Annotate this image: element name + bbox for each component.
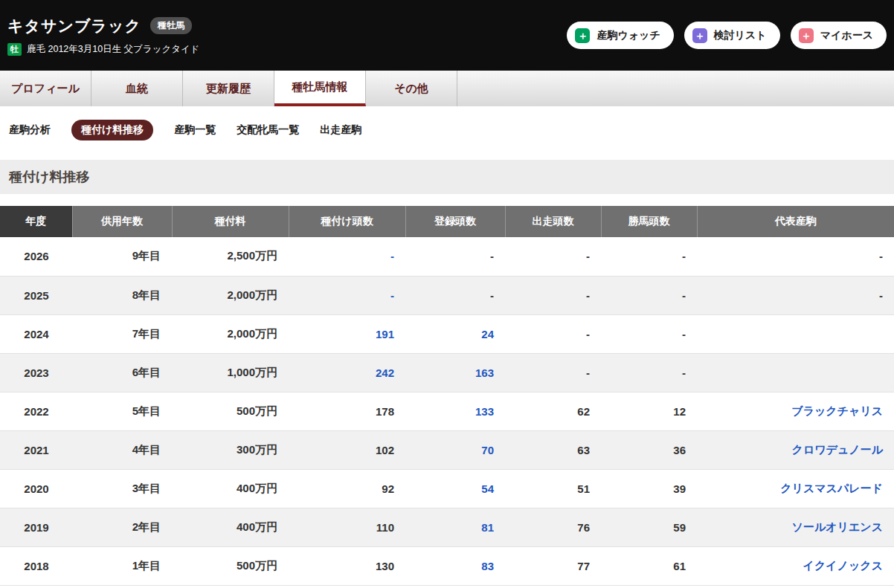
cell-year: 2019 [0,508,72,546]
tab-other[interactable]: その他 [366,71,457,106]
cell-winners: 61 [601,546,697,585]
cell-starters: - [505,314,601,353]
tab-update-history[interactable]: 更新履歴 [183,71,274,106]
cell-winners: 12 [601,392,697,430]
cell-service-years: 4年目 [72,430,172,469]
cell-mares-covered: 110 [289,508,405,546]
table-cell-link[interactable]: 70 [481,444,494,456]
table-cell-link[interactable]: クリスマスパレード [780,482,883,494]
cell-stud-fee: 2,500万円 [172,237,289,276]
cell-service-years: 5年目 [72,392,172,430]
cell-registered: 54 [405,469,505,508]
my-horse-button[interactable]: ＋ マイホース [791,22,887,49]
header: キタサンブラック 種牡馬 牡 鹿毛 2012年3月10日生 父ブラックタイド ＋… [0,0,894,71]
plus-icon: ＋ [692,28,707,43]
subnav-mare-list[interactable]: 交配牝馬一覧 [237,123,299,137]
cell-service-years: 8年目 [72,276,172,314]
cell-stud-fee: 400万円 [172,508,289,546]
table-cell-link[interactable]: ソールオリエンス [792,520,883,533]
cell-representative-foal [697,314,894,353]
cell-starters: - [505,237,601,276]
cell-registered: - [405,276,505,314]
table-cell-link[interactable]: ブラックチャリス [791,404,883,417]
col-header-stud-fee: 種付料 [172,206,289,237]
cell-starters: - [505,276,601,314]
cell-registered: 81 [405,508,505,546]
consider-list-button[interactable]: ＋ 検討リスト [684,22,780,49]
cell-year: 2024 [0,314,72,353]
table-row: 2024 7年目 2,000万円 191 24 - - [0,314,894,353]
subnav-foal-list[interactable]: 産駒一覧 [174,123,216,137]
table-cell-link[interactable]: - [390,289,394,302]
cell-representative-foal: - [697,237,894,276]
section-title-bar: 種付け料推移 [0,160,894,194]
cell-mares-covered: 242 [289,353,405,392]
cell-stud-fee: 400万円 [172,469,289,508]
table-row: 2021 4年目 300万円 102 70 63 36 クロワデュノール [0,430,894,469]
cell-stud-fee: 500万円 [172,392,289,430]
col-header-year: 年度 [0,206,72,237]
col-header-winners: 勝馬頭数 [601,206,697,237]
table-cell-link[interactable]: 54 [481,482,494,495]
cell-service-years: 9年目 [72,237,172,276]
cell-winners: - [601,353,697,392]
cell-registered: 133 [405,392,505,430]
cell-starters: 63 [505,430,601,469]
table-cell-link[interactable]: イクイノックス [803,559,883,572]
cell-service-years: 1年目 [72,546,172,585]
section-title: 種付け料推移 [9,168,89,186]
table-cell-link[interactable]: 24 [481,328,494,340]
table-cell-link[interactable]: - [390,250,394,262]
table-cell-link[interactable]: クロワデュノール [792,443,883,456]
table-cell-link[interactable]: 242 [376,366,394,379]
table-cell-link[interactable]: 81 [481,521,494,534]
cell-registered: 24 [405,314,505,353]
table-body: 2026 9年目 2,500万円 - - - - - 2025 8年目 2,00… [0,237,894,585]
cell-stud-fee: 2,000万円 [172,314,289,353]
cell-year: 2026 [0,237,72,276]
table-row: 2023 6年目 1,000万円 242 163 - - [0,353,894,392]
cell-winners: - [601,276,697,314]
cell-year: 2022 [0,392,72,430]
subnav-foal-analysis[interactable]: 産駒分析 [9,123,51,137]
plus-icon: ＋ [799,28,814,43]
col-header-mares-covered: 種付け頭数 [289,206,405,237]
foal-watch-button[interactable]: ＋ 産駒ウォッチ [567,22,673,49]
table-cell-link[interactable]: 163 [475,366,494,379]
subnav-stud-fee-trend[interactable]: 種付け料推移 [71,120,153,140]
cell-representative-foal: ソールオリエンス [697,508,894,546]
subnav-racing-foals[interactable]: 出走産駒 [320,123,361,137]
cell-starters: - [505,353,601,392]
col-header-representative-foal: 代表産駒 [697,206,894,237]
stallion-badge: 種牡馬 [150,17,192,34]
table-cell-link[interactable]: 191 [376,328,394,340]
table-row: 2026 9年目 2,500万円 - - - - - [0,237,894,276]
table-cell-link[interactable]: 83 [481,560,494,572]
cell-stud-fee: 300万円 [172,430,289,469]
cell-year: 2025 [0,276,72,314]
cell-representative-foal: クリスマスパレード [697,469,894,508]
cell-year: 2023 [0,353,72,392]
table-row: 2025 8年目 2,000万円 - - - - - [0,276,894,314]
table-row: 2018 1年目 500万円 130 83 77 61 イクイノックス [0,546,894,585]
tab-stallion-info[interactable]: 種牡馬情報 [274,71,366,106]
tab-pedigree[interactable]: 血統 [91,71,183,106]
cell-mares-covered: 191 [289,314,405,353]
horse-profile-line: 鹿毛 2012年3月10日生 父ブラックタイド [27,43,200,56]
cell-mares-covered: 92 [289,469,405,508]
cell-registered: - [405,237,505,276]
button-label: 産駒ウォッチ [596,29,660,42]
table-cell-link[interactable]: 133 [475,405,494,418]
cell-service-years: 2年目 [72,508,172,546]
cell-mares-covered: - [289,276,405,314]
cell-mares-covered: 102 [289,430,405,469]
table-row: 2020 3年目 400万円 92 54 51 39 クリスマスパレード [0,469,894,508]
cell-starters: 51 [505,469,601,508]
table-row: 2019 2年目 400万円 110 81 76 59 ソールオリエンス [0,508,894,546]
cell-stud-fee: 1,000万円 [172,353,289,392]
cell-starters: 62 [505,392,601,430]
header-buttons: ＋ 産駒ウォッチ ＋ 検討リスト ＋ マイホース [567,22,887,49]
cell-representative-foal: - [697,276,894,314]
cell-winners: - [601,314,697,353]
tab-profile[interactable]: プロフィール [0,71,91,106]
